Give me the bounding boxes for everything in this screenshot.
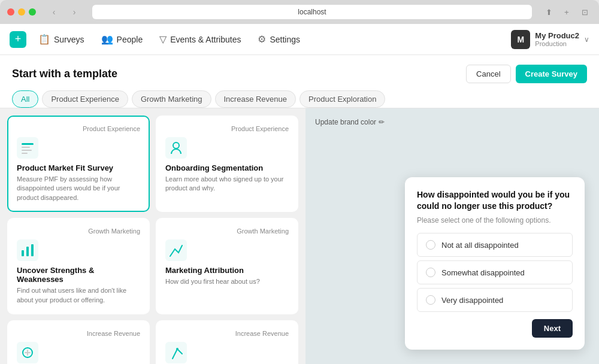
filter-tabs: All Product Experience Growth Marketing … <box>12 90 587 108</box>
nav-label-people: People <box>117 35 143 44</box>
template-card-pmf[interactable]: Product Experience Product Market Fit Su… <box>7 116 150 212</box>
nav-label-settings: Settings <box>270 35 300 44</box>
card-desc-pmf: Measure PMF by assessing how disappointe… <box>17 175 140 202</box>
user-role: Production <box>535 40 579 47</box>
card-tag-strengths: Growth Marketing <box>17 228 140 235</box>
template-card-attribution[interactable]: Growth Marketing Marketing Attribution H… <box>156 218 298 314</box>
page-title: Start with a template <box>12 68 117 80</box>
svg-rect-2 <box>22 147 30 148</box>
user-info: My Produc2 Production <box>535 31 579 47</box>
card-tag-attribution: Growth Marketing <box>165 228 289 235</box>
filter-tab-all[interactable]: All <box>12 90 38 108</box>
app-container: + 📋 Surveys 👥 People ▽ Events & Attribut… <box>0 24 599 364</box>
svg-point-15 <box>176 348 179 350</box>
option-label-somewhat: Somewhat disappointed <box>441 268 525 277</box>
nav-items: 📋 Surveys 👥 People ▽ Events & Attributes… <box>31 30 511 48</box>
card-title-strengths: Uncover Strengths & Weaknesses <box>17 266 140 284</box>
nav-item-events[interactable]: ▽ Events & Attributes <box>152 30 248 48</box>
brand-color-label: Update brand color <box>315 118 376 126</box>
panels: Product Experience Product Market Fit Su… <box>0 108 599 364</box>
svg-rect-10 <box>31 244 34 256</box>
traffic-lights <box>7 8 36 16</box>
page-header: Start with a template Cancel Create Surv… <box>0 55 599 108</box>
card-desc-strengths: Find out what users like and don't like … <box>17 286 140 305</box>
nav-right: M My Produc2 Production ∨ <box>511 30 589 49</box>
browser-actions: ⬆ + ⊡ <box>541 6 592 18</box>
sidebar-button[interactable]: ⊡ <box>577 6 592 18</box>
avatar: M <box>511 30 530 49</box>
browser-titlebar: ‹ › localhost ⬆ + ⊡ <box>0 0 599 24</box>
minimize-window-button[interactable] <box>18 8 25 16</box>
edit-icon: ✏ <box>379 118 385 126</box>
svg-rect-3 <box>22 150 32 151</box>
filter-tab-product-experience[interactable]: Product Experience <box>42 90 128 108</box>
strengths-icon <box>17 239 38 261</box>
top-nav: + 📋 Surveys 👥 People ▽ Events & Attribut… <box>0 24 599 55</box>
user-menu-chevron-icon[interactable]: ∨ <box>584 35 589 44</box>
preview-panel: Update brand color ✏ How disappointed wo… <box>305 108 599 364</box>
nav-item-surveys[interactable]: 📋 Surveys <box>31 30 92 48</box>
card-title-attribution: Marketing Attribution <box>165 266 289 275</box>
filter-tab-increase-revenue[interactable]: Increase Revenue <box>215 90 297 108</box>
nav-item-people[interactable]: 👥 People <box>94 30 150 48</box>
nav-item-settings[interactable]: ⚙ Settings <box>250 30 307 48</box>
create-survey-button[interactable]: Create Survey <box>516 65 587 83</box>
nav-label-surveys: Surveys <box>54 35 84 44</box>
events-icon: ▽ <box>159 34 167 45</box>
header-actions: Cancel Create Survey <box>466 65 587 83</box>
survey-preview-card: How disappointed would you be if you cou… <box>405 177 585 350</box>
template-card-onboarding[interactable]: Product Experience Onboarding Segmentati… <box>156 116 298 212</box>
trial-icon <box>165 342 187 363</box>
maximize-window-button[interactable] <box>29 8 36 16</box>
close-window-button[interactable] <box>7 8 14 16</box>
radio-not-at-all <box>426 240 435 250</box>
pmf-icon <box>17 137 38 159</box>
survey-option-not-at-all[interactable]: Not at all disappointed <box>417 233 573 257</box>
forward-button[interactable]: › <box>66 6 83 18</box>
card-desc-attribution: How did you first hear about us? <box>165 277 289 286</box>
template-card-trial[interactable]: Increase Revenue Missed Trial Conversion… <box>156 320 298 364</box>
update-brand-color-button[interactable]: Update brand color ✏ <box>315 118 385 126</box>
svg-rect-8 <box>22 250 24 256</box>
filter-tab-growth-marketing[interactable]: Growth Marketing <box>132 90 211 108</box>
template-card-churn[interactable]: Increase Revenue Churn Survey Find out w… <box>7 320 150 364</box>
add-button[interactable]: + <box>10 31 26 48</box>
next-button[interactable]: Next <box>532 319 573 338</box>
new-tab-button[interactable]: + <box>559 6 574 18</box>
browser-nav: ‹ › <box>46 6 83 18</box>
churn-icon <box>17 342 38 363</box>
survey-question: How disappointed would you be if you cou… <box>417 189 573 213</box>
svg-rect-9 <box>26 247 29 256</box>
card-tag-pmf: Product Experience <box>17 125 140 132</box>
back-button[interactable]: ‹ <box>46 6 62 18</box>
survey-option-very[interactable]: Very disappointed <box>417 288 573 312</box>
user-name: My Produc2 <box>535 31 579 40</box>
nav-label-events: Events & Attributes <box>170 35 241 44</box>
settings-icon: ⚙ <box>258 34 266 45</box>
option-label-very: Very disappointed <box>441 296 503 305</box>
attribution-icon <box>165 239 187 261</box>
address-bar[interactable]: localhost <box>92 5 532 19</box>
template-card-strengths[interactable]: Growth Marketing Uncover Strengths & Wea… <box>7 218 150 314</box>
survey-subtitle: Please select one of the following optio… <box>417 216 573 225</box>
card-tag-churn: Increase Revenue <box>17 330 140 337</box>
card-title-onboarding: Onboarding Segmentation <box>165 163 289 172</box>
filter-tab-product-exploration[interactable]: Product Exploration <box>300 90 385 108</box>
card-tag-onboarding: Product Experience <box>165 125 289 132</box>
survey-option-somewhat[interactable]: Somewhat disappointed <box>417 260 573 284</box>
cancel-button[interactable]: Cancel <box>466 65 510 83</box>
svg-rect-1 <box>22 143 34 145</box>
survey-footer: Next <box>417 319 573 338</box>
address-text: localhost <box>298 8 326 16</box>
template-panel: Product Experience Product Market Fit Su… <box>0 108 305 364</box>
main-content: Start with a template Cancel Create Surv… <box>0 55 599 364</box>
page-header-top: Start with a template Cancel Create Surv… <box>12 65 587 83</box>
people-icon: 👥 <box>101 34 113 45</box>
card-desc-onboarding: Learn more about who signed up to your p… <box>165 175 289 193</box>
surveys-icon: 📋 <box>38 34 50 45</box>
browser-chrome: ‹ › localhost ⬆ + ⊡ <box>0 0 599 24</box>
radio-somewhat <box>426 268 435 277</box>
card-tag-trial: Increase Revenue <box>165 330 289 337</box>
onboarding-icon <box>165 137 187 159</box>
share-button[interactable]: ⬆ <box>541 6 556 18</box>
